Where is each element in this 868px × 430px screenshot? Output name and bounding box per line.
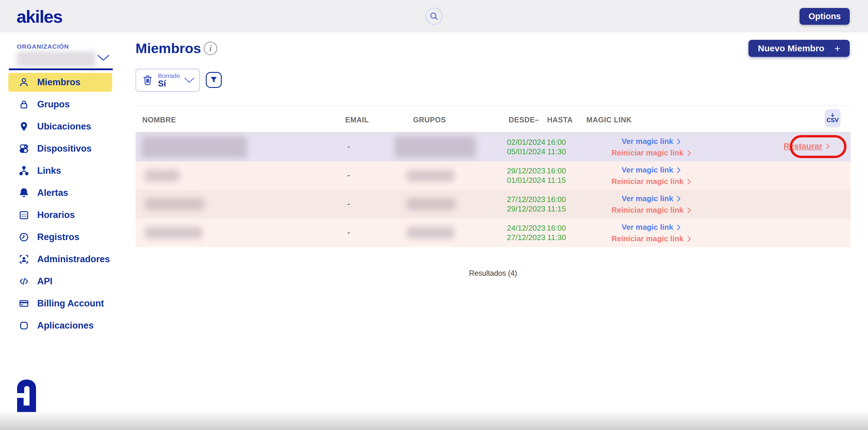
filter-button[interactable] bbox=[206, 72, 222, 88]
column-header-grupos[interactable]: GRUPOS bbox=[413, 115, 446, 124]
member-groups-redacted bbox=[407, 198, 455, 210]
hasta-date: 01/01/2024 bbox=[507, 175, 541, 185]
magic-link-cell: Ver magic link Reiniciar magic link bbox=[586, 164, 716, 187]
desde-date: 27/12/2023 bbox=[507, 195, 541, 204]
top-bar: akiles Options bbox=[0, 0, 868, 32]
reiniciar-magic-link[interactable]: Reiniciar magic link bbox=[612, 176, 691, 187]
lock-icon bbox=[18, 99, 30, 110]
chevron-right-icon bbox=[677, 138, 681, 145]
chevron-right-icon bbox=[677, 224, 681, 231]
funnel-icon bbox=[209, 75, 218, 84]
reiniciar-magic-link[interactable]: Reiniciar magic link bbox=[612, 233, 691, 244]
chevron-down-icon bbox=[184, 77, 194, 83]
desde-time: 16:00 bbox=[544, 223, 566, 233]
akiles-logo: akiles bbox=[17, 6, 62, 27]
member-times: 16:00 11:15 bbox=[544, 195, 566, 213]
sidebar-item-billing-account[interactable]: Billing Account bbox=[8, 294, 112, 313]
column-header-magic-link[interactable]: MAGIC LINK bbox=[586, 115, 632, 124]
toggles-icon bbox=[18, 143, 30, 154]
organization-name-redacted[interactable] bbox=[17, 51, 96, 67]
table-header-row: NOMBRE EMAIL GRUPOS DESDE – HASTA MAGIC … bbox=[135, 106, 850, 133]
sidebar-item-api[interactable]: API bbox=[8, 272, 112, 291]
magic-link-cell: Ver magic link Reiniciar magic link bbox=[586, 222, 716, 244]
member-name-redacted bbox=[145, 170, 179, 181]
sidebar: ORGANIZACIÓN Miembros bbox=[0, 32, 128, 430]
csv-label: CSV bbox=[826, 117, 838, 124]
hasta-date: 27/12/2023 bbox=[507, 233, 541, 242]
column-header-hasta[interactable]: HASTA bbox=[547, 115, 573, 124]
member-groups-redacted bbox=[407, 170, 454, 181]
sidebar-item-ubicaciones[interactable]: Ubicaciones bbox=[8, 117, 112, 136]
desde-date: 29/12/2023 bbox=[507, 166, 541, 175]
chevron-right-icon bbox=[687, 236, 691, 242]
member-groups-redacted bbox=[407, 227, 454, 239]
person-icon bbox=[18, 77, 30, 88]
location-pin-icon bbox=[18, 121, 30, 132]
restore-link[interactable]: Restaurar bbox=[783, 141, 830, 151]
table-row[interactable]: - 24/12/2023 27/12/2023 16:00 11:30 Ver … bbox=[135, 219, 850, 247]
info-icon[interactable]: i bbox=[204, 41, 217, 55]
chevron-right-icon bbox=[826, 143, 830, 150]
member-email: - bbox=[342, 228, 355, 237]
bottom-shadow bbox=[0, 410, 868, 430]
sidebar-item-label: Dispositivos bbox=[37, 143, 92, 154]
column-header-desde[interactable]: DESDE bbox=[509, 115, 535, 124]
desde-date: 02/01/2024 bbox=[507, 137, 541, 147]
calendar-icon bbox=[18, 209, 30, 221]
sidebar-item-horarios[interactable]: Horarios bbox=[8, 205, 112, 225]
page-title: Miembros bbox=[135, 40, 201, 56]
options-button[interactable]: Options bbox=[800, 8, 850, 25]
table-row[interactable]: - 02/01/2024 05/01/2024 16:00 11:30 Ver … bbox=[135, 133, 850, 161]
members-table: NOMBRE EMAIL GRUPOS DESDE – HASTA MAGIC … bbox=[135, 106, 850, 247]
sidebar-item-grupos[interactable]: Grupos bbox=[8, 95, 112, 114]
member-name-redacted bbox=[145, 198, 204, 210]
member-email: - bbox=[342, 170, 355, 180]
ver-magic-link[interactable]: Ver magic link bbox=[622, 136, 681, 147]
sidebar-item-label: Alertas bbox=[37, 188, 68, 198]
plus-icon: + bbox=[834, 43, 840, 54]
table-row[interactable]: - 29/12/2023 01/01/2024 16:00 11:15 Ver … bbox=[135, 161, 850, 190]
sidebar-nav: Miembros Grupos Ubicaciones bbox=[8, 73, 112, 338]
network-icon bbox=[18, 165, 30, 176]
filter-value: Sí bbox=[158, 79, 180, 88]
member-email: - bbox=[342, 142, 355, 152]
sidebar-item-label: Registros bbox=[37, 232, 80, 242]
hasta-time: 11:30 bbox=[544, 233, 566, 242]
sidebar-item-dispositivos[interactable]: Dispositivos bbox=[8, 139, 112, 158]
sidebar-item-links[interactable]: Links bbox=[8, 161, 112, 180]
reiniciar-magic-link[interactable]: Reiniciar magic link bbox=[612, 204, 691, 216]
sidebar-item-label: Administradores bbox=[37, 254, 110, 265]
chevron-right-icon bbox=[687, 178, 691, 185]
ver-magic-link[interactable]: Ver magic link bbox=[622, 164, 681, 176]
search-button[interactable] bbox=[426, 8, 442, 25]
sidebar-item-label: Miembros bbox=[37, 77, 80, 88]
sidebar-item-miembros[interactable]: Miembros bbox=[8, 73, 112, 92]
new-member-button[interactable]: Nuevo Miembro + bbox=[748, 40, 850, 57]
sidebar-item-label: Links bbox=[37, 165, 61, 176]
sidebar-item-aplicaciones[interactable]: Aplicaciones bbox=[8, 316, 112, 335]
ver-magic-link[interactable]: Ver magic link bbox=[622, 193, 681, 204]
chevron-down-icon[interactable] bbox=[97, 54, 110, 61]
sidebar-item-alertas[interactable]: Alertas bbox=[8, 184, 112, 202]
export-csv-button[interactable]: CSV bbox=[825, 109, 841, 127]
column-header-email[interactable]: EMAIL bbox=[345, 115, 369, 124]
member-dates: 02/01/2024 05/01/2024 bbox=[507, 137, 541, 156]
trash-icon bbox=[142, 74, 153, 87]
hasta-date: 05/01/2024 bbox=[507, 147, 541, 156]
sidebar-item-registros[interactable]: Registros bbox=[8, 228, 112, 246]
hasta-time: 11:15 bbox=[544, 204, 566, 213]
deleted-filter-dropdown[interactable]: Borrado Sí bbox=[135, 69, 200, 92]
table-row[interactable]: - 27/12/2023 29/12/2023 16:00 11:15 Ver … bbox=[135, 190, 850, 219]
reiniciar-magic-link[interactable]: Reiniciar magic link bbox=[612, 147, 691, 159]
sidebar-item-label: Grupos bbox=[37, 99, 70, 110]
sidebar-item-label: Billing Account bbox=[37, 298, 104, 309]
admin-badge-icon bbox=[18, 254, 30, 265]
desde-time: 16:00 bbox=[544, 137, 566, 147]
column-header-nombre[interactable]: NOMBRE bbox=[142, 115, 176, 124]
ver-magic-link[interactable]: Ver magic link bbox=[622, 222, 681, 233]
sidebar-item-administradores[interactable]: Administradores bbox=[8, 250, 112, 269]
desde-time: 16:00 bbox=[544, 166, 566, 175]
desde-time: 16:00 bbox=[544, 195, 566, 204]
bell-icon bbox=[18, 187, 30, 198]
members-page: akiles Options ORGANIZACIÓN bbox=[0, 0, 868, 430]
